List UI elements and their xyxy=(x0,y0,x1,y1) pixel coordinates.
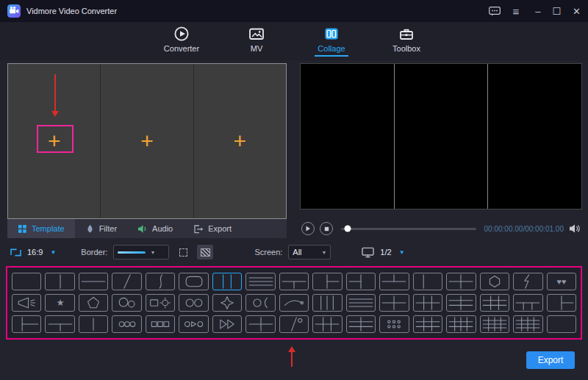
template-top-full-bottom-two[interactable] xyxy=(279,273,309,290)
template-hearts[interactable]: ♥♥ xyxy=(547,273,576,290)
template-grid-3x2[interactable] xyxy=(413,294,442,312)
tab-export[interactable]: Export xyxy=(183,219,242,238)
tab-label: Audio xyxy=(152,224,173,233)
template-two-cols[interactable] xyxy=(45,273,74,290)
template-four-cols[interactable] xyxy=(312,294,342,312)
template-grid-2x2[interactable] xyxy=(446,273,476,290)
template-rounded-frame[interactable] xyxy=(179,273,208,290)
template-fast-forward[interactable] xyxy=(212,315,242,333)
template-two-circles[interactable] xyxy=(179,294,208,312)
template-grid-2x3[interactable] xyxy=(446,294,476,312)
template-grid-2x2[interactable] xyxy=(379,294,409,312)
template-grid-3x3[interactable] xyxy=(480,294,509,312)
template-left-full-right-two[interactable] xyxy=(547,294,576,312)
preview-pane-3 xyxy=(487,64,581,209)
menu-icon[interactable]: ≡ xyxy=(512,6,519,17)
template-grid-4x4[interactable] xyxy=(480,315,509,333)
preview-area xyxy=(300,63,582,209)
template-megaphone[interactable] xyxy=(12,294,41,312)
nav-tab-converter[interactable]: Converter xyxy=(159,25,204,57)
aspect-ratio-icon xyxy=(10,248,21,257)
border-hatch-button[interactable] xyxy=(197,245,213,259)
template-grid-3x3[interactable] xyxy=(413,315,442,333)
nav-tab-collage[interactable]: Collage xyxy=(309,25,354,57)
template-circle-tri-circle[interactable] xyxy=(179,315,208,333)
template-left-full-right-two[interactable] xyxy=(312,273,342,290)
hatch-square-icon xyxy=(201,248,210,257)
aspect-ratio-value[interactable]: 16:9 xyxy=(27,248,43,257)
template-dots-grid[interactable] xyxy=(379,315,409,333)
dropdown-caret-icon: ▼ xyxy=(321,250,326,255)
template-right-full-left-two[interactable] xyxy=(346,273,376,290)
close-button[interactable]: ✕ xyxy=(573,7,581,16)
nav-tab-toolbox[interactable]: Toolbox xyxy=(384,25,429,57)
preview-pane-1 xyxy=(301,64,394,209)
play-button[interactable] xyxy=(301,222,315,235)
screen-dropdown[interactable]: All ▼ xyxy=(288,245,331,259)
playback-controls: 00:00:00.00/00:00:01.00 xyxy=(300,219,582,238)
tab-template[interactable]: Template xyxy=(7,219,75,238)
collage-slot-2[interactable]: + xyxy=(100,64,193,218)
template-grid-2x2[interactable] xyxy=(245,315,275,333)
add-media-button[interactable]: + xyxy=(140,130,154,152)
feedback-icon[interactable] xyxy=(489,7,501,16)
volume-icon[interactable] xyxy=(569,223,581,234)
template-pentagon[interactable] xyxy=(79,294,108,312)
template-lightning[interactable] xyxy=(513,273,542,290)
template-single[interactable] xyxy=(547,315,576,333)
export-button[interactable]: Export xyxy=(526,351,575,369)
template-four-point-star[interactable] xyxy=(212,294,242,312)
border-style-dropdown[interactable]: ▼ xyxy=(113,245,169,259)
collage-toolbar: 16:9 ▼ Border: ▼ Screen: All ▼ 1/2 ▼ xyxy=(0,243,588,262)
minimize-button[interactable]: – xyxy=(535,7,540,16)
template-bottom-full-top-two[interactable] xyxy=(379,273,409,290)
titlebar: Vidmore Video Converter ≡ – ☐ ✕ xyxy=(0,0,588,22)
nav-active-underline xyxy=(240,55,273,57)
stop-button[interactable] xyxy=(320,222,333,235)
template-star[interactable]: ★ xyxy=(45,294,74,312)
template-grid-3x2[interactable] xyxy=(312,315,342,333)
template-diagonal[interactable] xyxy=(112,273,141,290)
annotation-arrow-down xyxy=(54,74,56,115)
play-disc-icon xyxy=(173,25,190,43)
template-top-full-bottom-two[interactable] xyxy=(45,315,74,333)
template-four-rows[interactable] xyxy=(245,273,275,290)
template-grid-2x3[interactable] xyxy=(346,315,376,333)
template-two-rows[interactable] xyxy=(79,273,108,290)
nav-tab-mv[interactable]: MV xyxy=(234,25,279,57)
template-two-circles-offset[interactable] xyxy=(112,294,141,312)
template-circle-bracket[interactable] xyxy=(245,294,275,312)
template-grid: ♥♥★ xyxy=(12,273,576,333)
nav-label: Toolbox xyxy=(392,44,420,53)
tab-filter[interactable]: Filter xyxy=(75,219,127,238)
template-thick-divider[interactable] xyxy=(79,315,108,333)
template-four-rows[interactable] xyxy=(346,294,376,312)
template-three-cols[interactable] xyxy=(212,273,242,290)
add-media-button[interactable]: + xyxy=(234,130,247,152)
template-swoosh[interactable] xyxy=(279,294,309,312)
maximize-button[interactable]: ☐ xyxy=(552,7,561,16)
template-grid-4x3[interactable] xyxy=(446,315,476,333)
template-curve-split[interactable] xyxy=(146,273,175,290)
panel-tabs: Template Filter Audio xyxy=(7,219,287,238)
collage-editor: + + + xyxy=(7,63,287,219)
template-grid-4x4[interactable] xyxy=(513,315,542,333)
template-frame-gear[interactable] xyxy=(146,294,175,312)
template-diagonal-circle[interactable] xyxy=(279,315,309,333)
template-single[interactable] xyxy=(12,273,41,290)
toolbox-icon xyxy=(398,25,415,43)
template-top-full-bottom-three[interactable] xyxy=(513,294,542,312)
nav-label: Converter xyxy=(164,44,199,53)
template-left-col[interactable] xyxy=(413,273,442,290)
collage-slot-3[interactable]: + xyxy=(193,64,286,218)
tab-audio[interactable]: Audio xyxy=(127,219,183,238)
seek-knob[interactable] xyxy=(345,226,351,232)
template-three-squares[interactable] xyxy=(146,315,175,333)
seek-slider[interactable] xyxy=(341,228,476,230)
border-dashed-button[interactable] xyxy=(175,245,191,259)
template-left-col-right-two[interactable] xyxy=(12,315,41,333)
template-hexagon[interactable] xyxy=(480,273,509,290)
template-three-circles[interactable] xyxy=(112,315,141,333)
aspect-ratio-caret-icon[interactable]: ▼ xyxy=(50,249,56,256)
screen-page-caret-icon[interactable]: ▼ xyxy=(399,249,405,256)
